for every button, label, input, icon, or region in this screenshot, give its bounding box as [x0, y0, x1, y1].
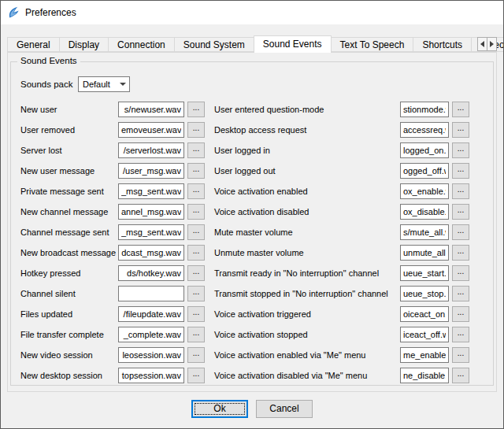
- browse-button[interactable]: ...: [187, 327, 205, 342]
- event-label: Voice activation disabled: [214, 207, 400, 216]
- event-sound-file-input[interactable]: [400, 347, 449, 363]
- browse-button[interactable]: ...: [187, 245, 205, 261]
- sound-event-row: User removed...Desktop access request...: [20, 122, 484, 138]
- event-sound-file-input[interactable]: [400, 163, 449, 179]
- event-label: New desktop session: [20, 371, 118, 380]
- sound-event-row: Hotkey pressed...Transmit ready in "No i…: [20, 265, 484, 281]
- browse-button[interactable]: ...: [187, 286, 205, 301]
- browse-button[interactable]: ...: [187, 142, 205, 158]
- browse-button[interactable]: ...: [452, 265, 469, 281]
- event-sound-file-input[interactable]: [118, 265, 184, 281]
- browse-button[interactable]: ...: [187, 306, 205, 322]
- browse-button[interactable]: ...: [187, 102, 205, 117]
- tab-sound-system[interactable]: Sound System: [174, 37, 254, 52]
- event-label: Mute master volume: [214, 227, 400, 237]
- event-sound-file-input[interactable]: [118, 163, 184, 179]
- browse-button[interactable]: ...: [187, 368, 205, 383]
- tab-text-to-speech[interactable]: Text To Speech: [331, 37, 414, 52]
- preferences-window: Preferences GeneralDisplayConnectionSoun…: [0, 0, 504, 429]
- event-label: User logged out: [214, 166, 400, 176]
- tab-sound-events[interactable]: Sound Events: [254, 35, 332, 53]
- event-sound-file-input[interactable]: [400, 327, 449, 342]
- browse-button[interactable]: ...: [187, 265, 205, 281]
- ok-button[interactable]: Ok: [191, 400, 248, 418]
- browse-button[interactable]: ...: [187, 204, 205, 220]
- event-label: Voice activation disabled via "Me" menu: [214, 371, 400, 380]
- footer: Ok Cancel: [7, 392, 497, 422]
- browse-button[interactable]: ...: [187, 224, 205, 240]
- browse-button[interactable]: ...: [187, 122, 205, 138]
- event-sound-file-input[interactable]: [118, 204, 184, 220]
- tab-connection[interactable]: Connection: [108, 37, 175, 52]
- browse-button[interactable]: ...: [452, 347, 469, 363]
- sound-event-row: Channel message sent...Mute master volum…: [20, 224, 484, 240]
- tab-display[interactable]: Display: [59, 37, 109, 52]
- tab-scroll: [478, 37, 497, 51]
- browse-button[interactable]: ...: [452, 368, 469, 383]
- browse-button[interactable]: ...: [452, 327, 469, 342]
- event-label: Desktop access request: [214, 125, 400, 135]
- browse-button[interactable]: ...: [452, 142, 469, 158]
- browse-button[interactable]: ...: [187, 163, 205, 179]
- sound-event-row: Server lost...User logged in...: [20, 142, 484, 158]
- event-sound-file-input[interactable]: [118, 347, 184, 363]
- event-sound-file-input[interactable]: [118, 286, 184, 301]
- sound-event-row: Channel silent...Transmit stopped in "No…: [20, 286, 484, 301]
- event-sound-file-input[interactable]: [400, 183, 449, 199]
- event-sound-file-input[interactable]: [118, 368, 184, 383]
- sounds-pack-select[interactable]: Default: [78, 76, 130, 92]
- browse-button[interactable]: ...: [187, 183, 205, 199]
- event-label: Server lost: [20, 146, 118, 155]
- browse-button[interactable]: ...: [452, 102, 469, 117]
- event-label: New user: [20, 105, 118, 114]
- event-sound-file-input[interactable]: [118, 183, 184, 199]
- event-sound-file-input[interactable]: [118, 122, 184, 138]
- title-bar[interactable]: Preferences: [1, 1, 503, 24]
- tab-shortcuts[interactable]: Shortcuts: [413, 37, 472, 52]
- event-sound-file-input[interactable]: [400, 102, 449, 117]
- sounds-pack-row: Sounds pack Default: [20, 76, 484, 92]
- event-label: Unmute master volume: [214, 248, 400, 257]
- event-sound-file-input[interactable]: [400, 265, 449, 281]
- sounds-pack-label: Sounds pack: [20, 80, 78, 89]
- event-label: New broadcast message: [20, 248, 118, 257]
- browse-button[interactable]: ...: [452, 122, 469, 138]
- browse-button[interactable]: ...: [452, 286, 469, 301]
- event-sound-file-input[interactable]: [400, 245, 449, 261]
- tab-general[interactable]: General: [7, 37, 60, 52]
- event-label: Channel message sent: [20, 227, 118, 237]
- event-sound-file-input[interactable]: [118, 306, 184, 322]
- event-sound-file-input[interactable]: [118, 142, 184, 158]
- browse-button[interactable]: ...: [452, 245, 469, 261]
- browse-button[interactable]: ...: [452, 163, 469, 179]
- browse-button[interactable]: ...: [452, 204, 469, 220]
- cancel-button[interactable]: Cancel: [256, 400, 313, 418]
- event-label: Private message sent: [20, 187, 118, 196]
- sound-event-row: New user...User entered question-mode...: [20, 102, 484, 117]
- event-sound-file-input[interactable]: [400, 122, 449, 138]
- event-label: File transfer complete: [20, 330, 118, 339]
- event-sound-file-input[interactable]: [400, 204, 449, 220]
- browse-button[interactable]: ...: [452, 224, 469, 240]
- event-sound-file-input[interactable]: [400, 306, 449, 322]
- browse-button[interactable]: ...: [452, 183, 469, 199]
- browse-button[interactable]: ...: [452, 306, 469, 322]
- event-sound-file-input[interactable]: [400, 224, 449, 240]
- browse-button[interactable]: ...: [187, 347, 205, 363]
- event-label: Channel silent: [20, 289, 118, 298]
- tab-scroll-right-button[interactable]: [487, 37, 497, 51]
- event-sound-file-input[interactable]: [400, 286, 449, 301]
- sound-event-row: New desktop session...Voice activation d…: [20, 368, 484, 383]
- tab-page: Sound Events Sounds pack Default New use…: [7, 52, 497, 392]
- event-sound-file-input[interactable]: [400, 368, 449, 383]
- event-sound-file-input[interactable]: [118, 224, 184, 240]
- event-label: Voice activation enabled: [214, 187, 400, 196]
- groupbox-legend: Sound Events: [17, 56, 80, 65]
- event-sound-file-input[interactable]: [118, 245, 184, 261]
- event-label: Voice activation stopped: [214, 330, 400, 339]
- sound-events-groupbox: Sound Events Sounds pack Default New use…: [10, 61, 494, 386]
- event-sound-file-input[interactable]: [118, 327, 184, 342]
- event-sound-file-input[interactable]: [400, 142, 449, 158]
- left-arrow-icon: [480, 41, 484, 47]
- event-sound-file-input[interactable]: [118, 102, 184, 117]
